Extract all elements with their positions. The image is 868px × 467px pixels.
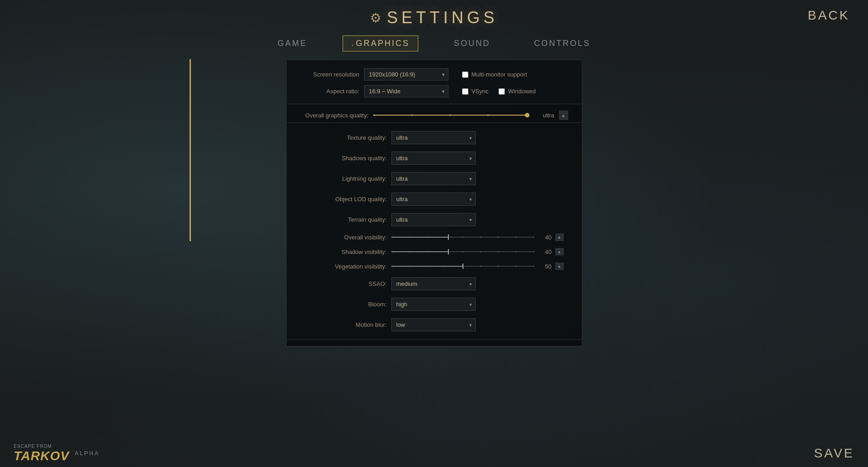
tabs-nav: GAME GRAPHICS SOUND CONTROLS	[0, 36, 868, 56]
display-section: Screen resolution 1920x1080 (16:9) 1280x…	[287, 60, 582, 104]
logo-block: ESCAPE FROM TARKOV	[14, 444, 69, 463]
resolution-row: Screen resolution 1920x1080 (16:9) 1280x…	[300, 68, 568, 81]
vsync-checkbox-item[interactable]: VSync	[462, 88, 489, 95]
motionblur-select[interactable]: lowoffmediumhigh	[391, 318, 476, 331]
windowed-label: Windowed	[508, 88, 536, 95]
settings-scroll[interactable]: Texture quality: ultrahighmediumlow Shad…	[287, 123, 582, 346]
multimonitor-checkbox-item[interactable]: Multi-monitor support	[462, 71, 527, 78]
shadow-visibility-slider[interactable]	[391, 251, 534, 252]
overall-quality-fill	[373, 115, 527, 116]
multimonitor-label: Multi-monitor support	[472, 71, 527, 78]
motionblur-label: Motion blur:	[300, 321, 387, 328]
objectlod-label: Object LOD quality:	[300, 196, 387, 203]
ssao-select-wrapper: mediumofflowhigh	[391, 277, 476, 290]
bottom-checkboxes: SSAA Z-Blur HDR Chromatic abberations	[287, 340, 582, 346]
overall-quality-section: Overall graphics quality: ultra ▲	[287, 104, 582, 123]
ssao-label: SSAO:	[300, 280, 387, 287]
vegetation-visibility-thumb	[462, 264, 463, 269]
overall-quality-thumb	[525, 113, 529, 117]
aspect-row: Aspect ratio: 16:9 – Wide 4:3 21:9 – Ult…	[300, 85, 568, 97]
multimonitor-checkbox[interactable]	[462, 71, 468, 78]
page-content: ⚙ SETTINGS BACK GAME GRAPHICS SOUND CONT…	[0, 0, 868, 467]
texture-select[interactable]: ultrahighmediumlow	[391, 131, 476, 144]
bloom-select-wrapper: highofflowmedium	[391, 298, 476, 311]
aspect-select[interactable]: 16:9 – Wide 4:3 21:9 – Ultrawide	[364, 85, 448, 97]
back-button[interactable]: BACK	[808, 8, 850, 23]
texture-row: Texture quality: ultrahighmediumlow	[300, 127, 564, 148]
vegetation-visibility-label: Vegetation visibility:	[300, 263, 387, 270]
alpha-badge: ALPHA	[75, 450, 99, 457]
logo-prefix: ESCAPE FROM	[14, 444, 69, 449]
tab-game[interactable]: GAME	[269, 36, 315, 51]
resolution-select[interactable]: 1920x1080 (16:9) 1280x720 (16:9) 2560x14…	[364, 68, 448, 81]
settings-inner: Texture quality: ultrahighmediumlow Shad…	[287, 123, 582, 340]
shadow-visibility-value: 40	[538, 249, 552, 255]
windowed-checkbox-item[interactable]: Windowed	[498, 88, 536, 95]
gear-icon: ⚙	[370, 10, 381, 25]
objectlod-row: Object LOD quality: ultrahighmediumlow	[300, 189, 564, 209]
tab-graphics[interactable]: GRAPHICS	[343, 36, 418, 51]
settings-panel: Screen resolution 1920x1080 (16:9) 1280x…	[286, 60, 582, 346]
lightning-select-wrapper: ultrahighmediumlow	[391, 172, 476, 185]
objectlod-select[interactable]: ultrahighmediumlow	[391, 193, 476, 206]
overall-visibility-expand[interactable]: ▲	[555, 234, 564, 241]
shadows-label: Shadows quality:	[300, 155, 387, 162]
logo-area: ESCAPE FROM TARKOV ALPHA	[14, 444, 100, 463]
shadows-select[interactable]: ultrahighmediumlow	[391, 152, 476, 165]
overall-visibility-value: 40	[538, 234, 552, 241]
tab-sound[interactable]: SOUND	[446, 36, 498, 51]
overall-quality-slider[interactable]	[373, 115, 527, 116]
header: ⚙ SETTINGS	[0, 0, 868, 27]
terrain-row: Terrain quality: ultrahighmediumlow	[300, 209, 564, 230]
shadow-visibility-row: Shadow visibility:	[300, 244, 564, 259]
bloom-label: Bloom:	[300, 301, 387, 308]
overall-quality-value: ultra	[532, 112, 555, 119]
accent-line	[190, 59, 191, 241]
overall-visibility-row: Overall visibility:	[300, 230, 564, 244]
motionblur-row: Motion blur: lowoffmediumhigh	[300, 315, 564, 335]
vegetation-visibility-slider-row: 50 ▲	[391, 263, 564, 270]
aspect-label: Aspect ratio:	[300, 88, 360, 95]
lightning-row: Lightning quality: ultrahighmediumlow	[300, 168, 564, 189]
tab-controls[interactable]: CONTROLS	[526, 36, 599, 51]
vegetation-visibility-value: 50	[538, 263, 552, 270]
texture-label: Texture quality:	[300, 134, 387, 141]
terrain-label: Terrain quality:	[300, 216, 387, 223]
vegetation-visibility-expand[interactable]: ▲	[555, 263, 564, 270]
overall-visibility-thumb	[448, 234, 449, 240]
objectlod-select-wrapper: ultrahighmediumlow	[391, 193, 476, 206]
windowed-checkbox[interactable]	[498, 88, 505, 95]
bloom-select[interactable]: highofflowmedium	[391, 298, 476, 311]
multimonitor-group: Multi-monitor support	[462, 71, 527, 78]
lightning-select[interactable]: ultrahighmediumlow	[391, 172, 476, 185]
shadow-visibility-expand[interactable]: ▲	[555, 248, 564, 255]
texture-select-wrapper: ultrahighmediumlow	[391, 131, 476, 144]
shadow-visibility-label: Shadow visibility:	[300, 249, 387, 255]
overall-quality-row: Overall graphics quality: ultra ▲	[300, 111, 568, 120]
ssao-select[interactable]: mediumofflowhigh	[391, 277, 476, 290]
resolution-label: Screen resolution	[300, 71, 360, 78]
motionblur-select-wrapper: lowoffmediumhigh	[391, 318, 476, 331]
resolution-select-wrapper: 1920x1080 (16:9) 1280x720 (16:9) 2560x14…	[364, 68, 448, 81]
shadow-visibility-slider-row: 40 ▲	[391, 248, 564, 255]
shadows-row: Shadows quality: ultrahighmediumlow	[300, 148, 564, 168]
vegetation-visibility-slider[interactable]	[391, 266, 534, 267]
bottom-bar: ESCAPE FROM TARKOV ALPHA SAVE	[0, 440, 868, 467]
bloom-row: Bloom: highofflowmedium	[300, 294, 564, 315]
display-checkboxes: VSync Windowed	[462, 88, 536, 95]
shadow-visibility-thumb	[448, 249, 449, 254]
vegetation-visibility-fill	[391, 266, 463, 267]
ssao-row: SSAO: mediumofflowhigh	[300, 274, 564, 294]
logo-text: TARKOV	[14, 449, 69, 463]
save-button[interactable]: SAVE	[814, 446, 854, 461]
aspect-select-wrapper: 16:9 – Wide 4:3 21:9 – Ultrawide	[364, 85, 448, 97]
overall-visibility-slider[interactable]	[391, 237, 534, 238]
lightning-label: Lightning quality:	[300, 175, 387, 182]
vsync-checkbox[interactable]	[462, 88, 468, 95]
overall-visibility-fill	[391, 237, 449, 238]
terrain-select[interactable]: ultrahighmediumlow	[391, 213, 476, 226]
overall-quality-expand[interactable]: ▲	[559, 111, 568, 120]
shadows-select-wrapper: ultrahighmediumlow	[391, 152, 476, 165]
overall-quality-label: Overall graphics quality:	[300, 112, 369, 119]
overall-visibility-label: Overall visibility:	[300, 234, 387, 241]
